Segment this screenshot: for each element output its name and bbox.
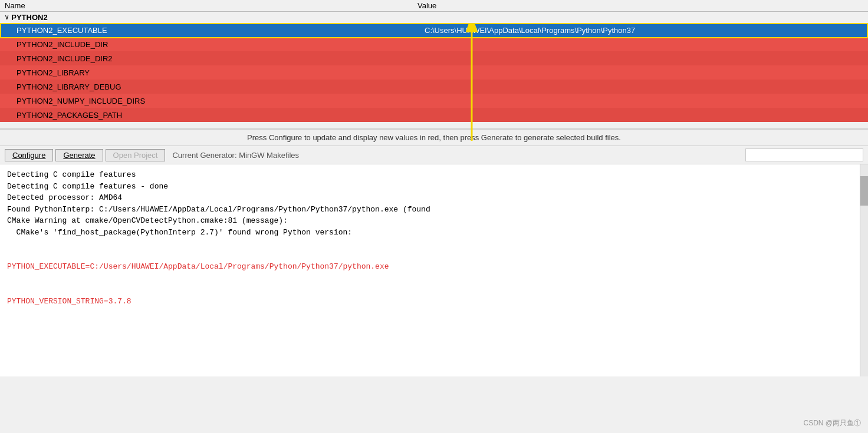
generate-button[interactable]: Generate — [55, 149, 103, 161]
log-line — [7, 273, 861, 285]
scrollbar-track[interactable] — [860, 164, 868, 376]
search-input[interactable] — [745, 148, 863, 161]
main-container: Name Value ∨ PYTHON2 PYTHON2_EXECUTABLE … — [0, 0, 868, 433]
red-rows-section: PYTHON2_EXECUTABLE C:\Users\HUAWEI\AppDa… — [0, 23, 868, 122]
log-line: Detecting C compile features - done — [7, 181, 861, 193]
table-row[interactable]: PYTHON2_PACKAGES_PATH — [0, 108, 868, 122]
item-name: PYTHON2_NUMPY_INCLUDE_DIRS — [17, 97, 425, 105]
item-value: C:\Users\HUAWEI\AppData\Local\Programs\P… — [425, 26, 863, 35]
item-name: PYTHON2_EXECUTABLE — [17, 26, 425, 35]
log-line: CMake's 'find_host_package(PythonInterp … — [7, 227, 861, 239]
item-name: PYTHON2_PACKAGES_PATH — [17, 111, 425, 120]
status-text: Press Configure to update and display ne… — [247, 133, 621, 142]
log-line: Found PythonInterp: C:/Users/HUAWEI/AppD… — [7, 204, 861, 216]
table-row[interactable]: PYTHON2_INCLUDE_DIR — [0, 37, 868, 51]
log-line-red: PYTHON_EXECUTABLE=C:/Users/HUAWEI/AppDat… — [7, 261, 861, 273]
table-row[interactable]: PYTHON2_LIBRARY_DEBUG — [0, 80, 868, 94]
item-name: PYTHON2_INCLUDE_DIR — [17, 40, 425, 49]
open-project-button[interactable]: Open Project — [106, 149, 166, 161]
log-output: Detecting C compile features Detecting C… — [0, 164, 868, 376]
toolbar: Configure Generate Open Project Current … — [0, 146, 868, 164]
python2-group-row[interactable]: ∨ PYTHON2 — [0, 12, 868, 23]
expand-arrow-icon: ∨ — [5, 13, 9, 22]
name-column-header: Name — [5, 1, 417, 10]
log-line: Detected processor: AMD64 — [7, 192, 861, 204]
log-line-red: PYTHON_VERSION_STRING=3.7.8 — [7, 296, 861, 308]
table-row[interactable]: PYTHON2_LIBRARY — [0, 65, 868, 80]
watermark: CSDN @两只鱼① — [803, 418, 861, 428]
log-line: Detecting C compile features — [7, 169, 861, 181]
table-header: Name Value — [0, 0, 868, 12]
configure-button[interactable]: Configure — [5, 149, 53, 161]
table-row[interactable]: PYTHON2_EXECUTABLE C:\Users\HUAWEI\AppDa… — [0, 23, 868, 37]
generator-label: Current Generator: MinGW Makefiles — [172, 151, 299, 160]
item-name: PYTHON2_LIBRARY — [17, 68, 425, 77]
table-row[interactable]: PYTHON2_NUMPY_INCLUDE_DIRS — [0, 94, 868, 108]
log-line: CMake Warning at cmake/OpenCVDetectPytho… — [7, 215, 861, 227]
item-name: PYTHON2_LIBRARY_DEBUG — [17, 82, 425, 91]
value-column-header: Value — [417, 1, 863, 10]
log-line — [7, 284, 861, 296]
log-line — [7, 250, 861, 262]
scrollbar-thumb[interactable] — [860, 176, 868, 206]
divider — [0, 122, 868, 129]
status-bar: Press Configure to update and display ne… — [0, 129, 868, 146]
table-row[interactable]: PYTHON2_INCLUDE_DIR2 — [0, 51, 868, 65]
item-name: PYTHON2_INCLUDE_DIR2 — [17, 54, 425, 63]
group-label: PYTHON2 — [11, 13, 47, 22]
log-line — [7, 238, 861, 250]
